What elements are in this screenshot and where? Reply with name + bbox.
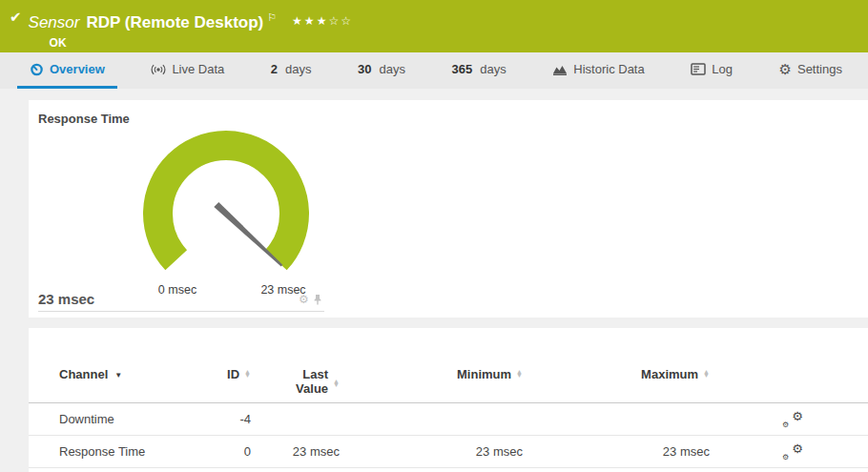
priority-flag-icon: ⚐ xyxy=(267,11,277,23)
cell-minimum: 23 msec xyxy=(340,444,523,459)
channel-table-panel: Channel▼ ID▲▼ Last Value▲▼ Minimum▲▼ Max… xyxy=(29,328,868,472)
stars-empty: ☆☆ xyxy=(328,14,353,28)
tab-live-data[interactable]: Live Data xyxy=(138,52,237,89)
tab-number: 365 xyxy=(452,62,473,76)
broadcast-icon xyxy=(151,63,166,76)
status-check-icon: ✔ xyxy=(10,9,22,26)
column-header-channel[interactable]: Channel▼ xyxy=(29,367,219,381)
cell-id: 0 xyxy=(219,444,251,459)
response-time-gauge xyxy=(129,126,329,288)
tab-number: 30 xyxy=(358,62,371,76)
channel-settings-gears-icon[interactable]: ⚙ ⚙ xyxy=(782,443,803,461)
sort-icon: ▲▼ xyxy=(516,370,523,379)
sort-icon: ▲▼ xyxy=(333,380,340,388)
cell-id: -4 xyxy=(219,412,251,426)
tab-log[interactable]: Log xyxy=(678,52,745,89)
tab-2-days[interactable]: 2 days xyxy=(258,52,324,89)
tile-controls: ⚙ xyxy=(299,294,322,305)
table-header-row: Channel▼ ID▲▼ Last Value▲▼ Minimum▲▼ Max… xyxy=(29,328,868,403)
tab-historic-data[interactable]: Historic Data xyxy=(540,52,656,89)
sort-icon: ▲▼ xyxy=(244,370,251,379)
sort-icon: ▲▼ xyxy=(703,370,710,379)
tab-label: days xyxy=(285,62,311,76)
table-row-downtime: Downtime -4 ⚙ ⚙ xyxy=(29,403,868,436)
sensor-title-block: SensorRDP (Remote Desktop)⚐★★★☆☆ OK xyxy=(29,8,353,50)
tab-label: days xyxy=(380,62,405,76)
tile-pin-icon[interactable] xyxy=(313,294,322,305)
sorted-desc-icon: ▼ xyxy=(114,371,122,380)
object-kind-label: Sensor xyxy=(29,13,80,31)
cell-channel: Response Time xyxy=(29,444,219,459)
response-time-panel: Response Time 0 msec 23 msec 23 msec ⚙ xyxy=(29,100,868,318)
gauge-icon xyxy=(30,62,44,76)
tab-label: Historic Data xyxy=(573,62,644,76)
column-header-actions xyxy=(780,367,803,384)
sensor-page: ✔ SensorRDP (Remote Desktop)⚐★★★☆☆ OK Ov… xyxy=(0,0,868,472)
page-title: RDP (Remote Desktop) xyxy=(86,13,263,31)
tab-label: days xyxy=(480,62,506,76)
cell-last-value: 23 msec xyxy=(251,444,340,459)
log-icon xyxy=(691,63,706,75)
tab-label: Overview xyxy=(50,62,105,76)
tab-bar: Overview Live Data 2 days 30 days 365 da… xyxy=(0,52,868,89)
tab-30-days[interactable]: 30 days xyxy=(345,52,418,89)
gauge-min-label: 0 msec xyxy=(149,283,206,297)
tab-label: Settings xyxy=(797,62,842,76)
tab-label: Log xyxy=(712,62,733,76)
status-badge: OK xyxy=(50,36,353,50)
cell-maximum: 23 msec xyxy=(523,444,710,459)
tab-label: Live Data xyxy=(172,62,224,76)
sensor-header: ✔ SensorRDP (Remote Desktop)⚐★★★☆☆ OK xyxy=(0,0,868,52)
area-chart-icon xyxy=(552,63,568,76)
panel-title: Response Time xyxy=(38,112,130,126)
gauge-current-value: 23 msec xyxy=(38,291,94,307)
tab-number: 2 xyxy=(271,62,278,76)
tab-365-days[interactable]: 365 days xyxy=(440,52,519,89)
sensor-title-line: SensorRDP (Remote Desktop)⚐★★★☆☆ xyxy=(29,8,353,32)
column-header-last-value[interactable]: Last Value▲▼ xyxy=(251,367,340,396)
column-header-id[interactable]: ID▲▼ xyxy=(219,367,251,381)
column-header-minimum[interactable]: Minimum▲▼ xyxy=(340,367,523,381)
table-row-response-time: Response Time 0 23 msec 23 msec 23 msec … xyxy=(29,436,868,468)
gear-icon: ⚙ xyxy=(779,62,792,76)
stars-filled: ★★★ xyxy=(292,14,328,28)
tile-settings-gear-icon[interactable]: ⚙ xyxy=(299,294,309,305)
priority-stars[interactable]: ★★★☆☆ xyxy=(292,14,353,28)
tab-overview[interactable]: Overview xyxy=(17,52,117,89)
cell-channel: Downtime xyxy=(29,412,219,426)
tile-divider xyxy=(38,311,324,312)
column-header-maximum[interactable]: Maximum▲▼ xyxy=(523,367,710,381)
channel-settings-gears-icon[interactable]: ⚙ ⚙ xyxy=(782,411,803,428)
tab-settings[interactable]: ⚙ Settings xyxy=(767,52,855,89)
